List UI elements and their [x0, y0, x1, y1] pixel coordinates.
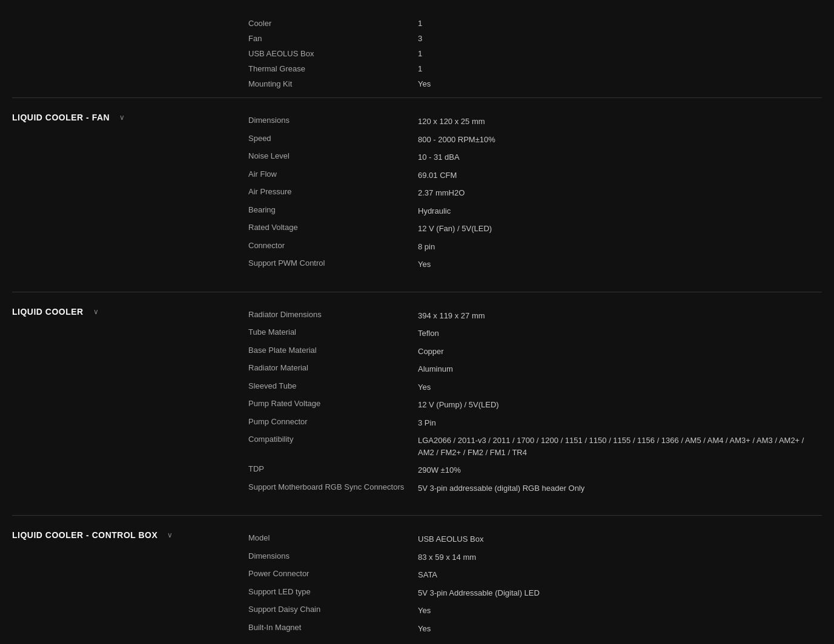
sections-container: LIQUID COOLER - FAN∨Dimensions120 x 120 …	[12, 104, 822, 644]
spec-label: Bearing	[248, 205, 418, 217]
table-row: Support Motherboard RGB Sync Connectors5…	[248, 479, 822, 498]
spec-label: Air Pressure	[248, 187, 418, 199]
divider-after-fan	[12, 292, 822, 292]
table-row: ModelUSB AEOLUS Box	[248, 530, 822, 548]
section-header-fan: LIQUID COOLER - FAN∨Dimensions120 x 120 …	[12, 113, 822, 274]
table-row: Connector8 pin	[248, 238, 822, 256]
table-row: Radiator Dimensions394 x 119 x 27 mm	[248, 307, 822, 325]
spec-value: 1	[418, 19, 822, 28]
spec-label: Support Motherboard RGB Sync Connectors	[248, 482, 418, 494]
spec-value: 12 V (Fan) / 5V(LED)	[418, 223, 822, 235]
spec-label: Dimensions	[248, 116, 418, 128]
spec-value: 69.01 CFM	[418, 169, 822, 182]
spec-label: Cooler	[248, 19, 418, 28]
page-container: Cooler1Fan3USB AEOLUS Box1Thermal Grease…	[0, 0, 834, 644]
table-row: Support LED type5V 3-pin Addressable (Di…	[248, 584, 822, 602]
spec-value: Copper	[418, 346, 822, 358]
spec-label: Support LED type	[248, 587, 418, 599]
spec-value: 8 pin	[418, 241, 822, 253]
section-control-box: LIQUID COOLER - CONTROL BOX∨ModelUSB AEO…	[12, 522, 822, 644]
spec-label: Fan	[248, 34, 418, 43]
spec-value: Hydraulic	[418, 205, 822, 217]
table-row: Support Daisy ChainYes	[248, 602, 822, 620]
spec-value: Aluminum	[418, 363, 822, 375]
spec-label: Noise Level	[248, 151, 418, 163]
spec-label: TDP	[248, 464, 418, 476]
section-title-col-cooler: LIQUID COOLER∨	[12, 307, 248, 317]
spec-label: Speed	[248, 134, 418, 146]
spec-label: Sleeved Tube	[248, 381, 418, 393]
spec-value: Yes	[418, 79, 822, 88]
table-row: Tube MaterialTeflon	[248, 324, 822, 343]
table-row: Cooler1	[248, 16, 822, 31]
spec-label: USB AEOLUS Box	[248, 49, 418, 58]
divider-after-cooler	[12, 515, 822, 516]
spec-label: Built-In Magnet	[248, 623, 418, 635]
spec-value: Teflon	[418, 327, 822, 340]
spec-value: 3 Pin	[418, 417, 822, 429]
spec-value: 394 x 119 x 27 mm	[418, 310, 822, 322]
chevron-icon-fan[interactable]: ∨	[119, 113, 125, 122]
spec-value: LGA2066 / 2011-v3 / 2011 / 1700 / 1200 /…	[418, 435, 822, 458]
spec-value: 83 x 59 x 14 mm	[418, 551, 822, 564]
table-row: Sleeved TubeYes	[248, 378, 822, 396]
spec-value: Yes	[418, 258, 822, 271]
table-row: BearingHydraulic	[248, 202, 822, 220]
section-title-col-fan: LIQUID COOLER - FAN∨	[12, 113, 248, 122]
spec-label: Tube Material	[248, 327, 418, 340]
table-row: Mounting KitYes	[248, 76, 822, 91]
spec-value: 5V 3-pin Addressable (Digital) LED	[418, 587, 822, 599]
table-row: Pump Rated Voltage12 V (Pump) / 5V(LED)	[248, 396, 822, 414]
spec-value: Yes	[418, 381, 822, 393]
table-row: CompatibilityLGA2066 / 2011-v3 / 2011 / …	[248, 432, 822, 461]
spec-value: Yes	[418, 623, 822, 635]
chevron-icon-cooler[interactable]: ∨	[93, 307, 99, 316]
table-row: Air Flow69.01 CFM	[248, 166, 822, 185]
spec-label: Mounting Kit	[248, 79, 418, 88]
spec-value: 2.37 mmH2O	[418, 187, 822, 199]
spec-label: Thermal Grease	[248, 64, 418, 73]
spec-label: Dimensions	[248, 551, 418, 564]
spec-label: Pump Connector	[248, 417, 418, 429]
spec-value: USB AEOLUS Box	[418, 533, 822, 545]
spec-value: Yes	[418, 605, 822, 617]
spec-label: Radiator Dimensions	[248, 310, 418, 322]
table-row: USB AEOLUS Box1	[248, 46, 822, 61]
chevron-icon-control-box[interactable]: ∨	[167, 531, 173, 539]
section-header-cooler: LIQUID COOLER∨Radiator Dimensions394 x 1…	[12, 307, 822, 498]
spec-value: SATA	[418, 569, 822, 581]
table-row: Speed800 - 2000 RPM±10%	[248, 131, 822, 149]
table-row: Air Pressure2.37 mmH2O	[248, 184, 822, 202]
spec-value: 12 V (Pump) / 5V(LED)	[418, 399, 822, 411]
section-specs-fan: Dimensions120 x 120 x 25 mmSpeed800 - 20…	[248, 113, 822, 274]
package-contents-table: Cooler1Fan3USB AEOLUS Box1Thermal Grease…	[248, 16, 822, 91]
spec-label: Rated Voltage	[248, 223, 418, 235]
section-fan: LIQUID COOLER - FAN∨Dimensions120 x 120 …	[12, 104, 822, 286]
spec-label: Compatibility	[248, 435, 418, 458]
spec-value: 1	[418, 64, 822, 73]
table-row: Radiator MaterialAluminum	[248, 360, 822, 378]
table-row: Base Plate MaterialCopper	[248, 343, 822, 361]
spec-label: Radiator Material	[248, 363, 418, 375]
section-specs-control-box: ModelUSB AEOLUS BoxDimensions83 x 59 x 1…	[248, 530, 822, 637]
table-row: Rated Voltage12 V (Fan) / 5V(LED)	[248, 220, 822, 238]
table-row: Fan3	[248, 31, 822, 46]
table-row: Support PWM ControlYes	[248, 255, 822, 274]
section-title-cooler: LIQUID COOLER	[12, 307, 84, 317]
section-specs-cooler: Radiator Dimensions394 x 119 x 27 mmTube…	[248, 307, 822, 498]
spec-label: Power Connector	[248, 569, 418, 581]
spec-value: 800 - 2000 RPM±10%	[418, 134, 822, 146]
spec-label: Connector	[248, 241, 418, 253]
spec-label: Model	[248, 533, 418, 545]
product-header	[248, 0, 822, 16]
spec-label: Pump Rated Voltage	[248, 399, 418, 411]
spec-value: 10 - 31 dBA	[418, 151, 822, 163]
spec-value: 290W ±10%	[418, 464, 822, 476]
section-title-col-control-box: LIQUID COOLER - CONTROL BOX∨	[12, 530, 248, 540]
table-row: Dimensions120 x 120 x 25 mm	[248, 113, 822, 131]
table-row: TDP290W ±10%	[248, 461, 822, 479]
spec-label: Air Flow	[248, 169, 418, 182]
spec-label: Base Plate Material	[248, 346, 418, 358]
spec-value: 5V 3-pin addressable (digital) RGB heade…	[418, 482, 822, 494]
spec-label: Support Daisy Chain	[248, 605, 418, 617]
